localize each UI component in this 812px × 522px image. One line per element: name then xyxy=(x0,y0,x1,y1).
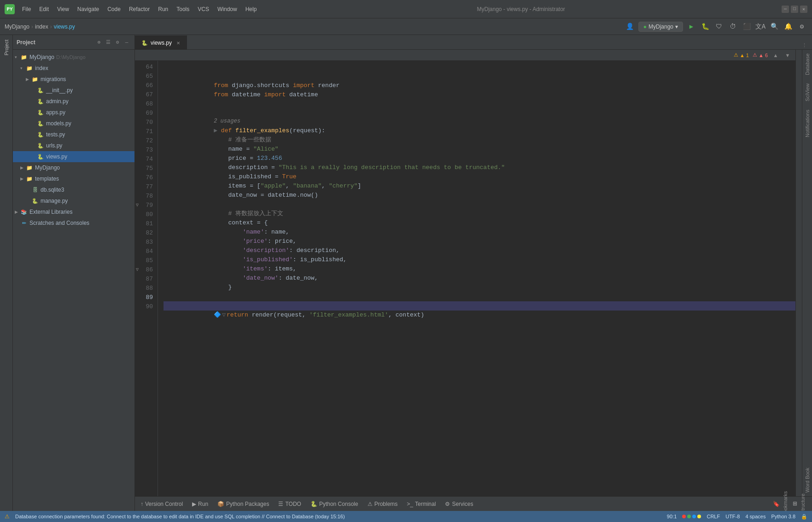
panel-add-button[interactable]: ⊕ xyxy=(95,38,103,47)
bottom-tab-terminal[interactable]: >_ Terminal xyxy=(405,500,438,508)
notification-icon[interactable]: 🔔 xyxy=(783,21,794,32)
tree-item-templates[interactable]: ▶ 📁 templates xyxy=(13,173,134,184)
profile-button[interactable]: ⏱ xyxy=(727,21,738,32)
search-everywhere-button[interactable]: 🔍 xyxy=(769,21,780,32)
code-line-85: 'date_now': date_now, xyxy=(164,264,795,274)
tree-item-index[interactable]: ▾ 📁 index xyxy=(13,63,134,74)
menu-code[interactable]: Code xyxy=(104,4,124,14)
right-panel-database[interactable]: Database xyxy=(804,50,811,79)
panel-layout-button[interactable]: ☰ xyxy=(104,38,112,47)
tree-item-tests[interactable]: 🐍 tests.py xyxy=(13,129,134,140)
project-panel: Project ⊕ ☰ ⚙ — ▾ 📁 MyDjango D:\MyDjango… xyxy=(13,35,135,511)
menu-tools[interactable]: Tools xyxy=(173,4,193,14)
bottom-tab-services[interactable]: ⚙ Services xyxy=(443,500,475,508)
tree-item-db[interactable]: 🗄 db.sqlite3 xyxy=(13,184,134,195)
menu-vcs[interactable]: VCS xyxy=(194,4,213,14)
tree-item-views[interactable]: 🐍 views.py xyxy=(13,151,134,162)
code-editor[interactable]: 64 65 66 67 68 69 70 71 72 73 74 75 76 7… xyxy=(135,61,795,496)
tree-item-migrations[interactable]: ▶ 📁 migrations xyxy=(13,74,134,85)
code-line-74: is_published = True xyxy=(164,163,795,172)
folder-icon: 📁 xyxy=(26,65,33,72)
lang-dot-blue xyxy=(692,515,696,518)
bottom-tab-label: Version Control xyxy=(145,501,183,507)
problems-icon: ⚠ xyxy=(368,501,373,507)
status-line-ending[interactable]: CRLF xyxy=(707,514,720,519)
python-icon: 🐍 xyxy=(37,142,44,149)
python-icon: 🐍 xyxy=(37,120,44,127)
status-python-version[interactable]: Python 3.8 xyxy=(771,514,795,519)
bottom-tab-python-console[interactable]: 🐍 Python Console xyxy=(309,500,360,508)
menu-file[interactable]: File xyxy=(18,4,35,14)
menu-refactor[interactable]: Refactor xyxy=(125,4,153,14)
tree-item-scratches[interactable]: ✏ Scratches and Consoles xyxy=(13,217,134,229)
panel-minimize-button[interactable]: — xyxy=(123,38,131,47)
tree-item-init[interactable]: 🐍 __init__.py xyxy=(13,85,134,96)
line-num-89: 89 xyxy=(135,293,158,302)
fold-icon-79[interactable]: ▽ xyxy=(136,201,139,210)
menu-edit[interactable]: Edit xyxy=(35,4,53,14)
code-content[interactable]: from django.shortcuts import render from… xyxy=(158,61,795,496)
maximize-button[interactable]: □ xyxy=(791,6,798,13)
panel-settings-button[interactable]: ⚙ xyxy=(113,38,122,47)
editor-scrollbar[interactable] xyxy=(795,50,802,496)
bottom-tab-run[interactable]: ▶ Run xyxy=(190,500,210,508)
tab-actions: ⋮ xyxy=(800,41,812,49)
user-icon[interactable]: 👤 xyxy=(625,21,636,32)
bottom-tab-label: Terminal xyxy=(415,501,436,507)
status-indent[interactable]: 4 spaces xyxy=(745,514,765,519)
error-badge[interactable]: ⚠ ▲ 6 xyxy=(753,52,768,58)
tab-views-py[interactable]: 🐍 views.py ✕ xyxy=(135,35,187,49)
menu-run[interactable]: Run xyxy=(154,4,172,14)
tree-item-apps[interactable]: 🐍 apps.py xyxy=(13,107,134,118)
minimize-button[interactable]: — xyxy=(782,6,789,13)
status-encoding[interactable]: UTF-8 xyxy=(725,514,740,519)
coverage-button[interactable]: 🛡 xyxy=(713,21,724,32)
tree-item-models[interactable]: 🐍 models.py xyxy=(13,118,134,129)
menu-view[interactable]: View xyxy=(53,4,73,14)
run-config-selector[interactable]: ● MyDjango ▾ xyxy=(638,22,683,32)
breadcrumb-views[interactable]: views.py xyxy=(54,23,75,30)
status-lock-icon[interactable]: 🔒 xyxy=(801,514,807,520)
todo-icon: ☰ xyxy=(278,501,283,507)
translate-icon[interactable]: 文A xyxy=(755,21,766,32)
breadcrumb-index[interactable]: index xyxy=(35,23,48,30)
warning-count: ▲ 1 xyxy=(740,53,749,58)
bottom-tab-python-packages[interactable]: 📦 Python Packages xyxy=(216,500,271,508)
project-panel-toggle[interactable]: Project xyxy=(1,37,12,58)
tree-item-mydjango2[interactable]: ▶ 📁 MyDjango xyxy=(13,162,134,173)
code-line-90 xyxy=(164,311,795,320)
bottom-tab-todo[interactable]: ☰ TODO xyxy=(276,500,303,508)
menu-window[interactable]: Window xyxy=(214,4,241,14)
right-panel-notifications[interactable]: Notifications xyxy=(804,106,811,141)
menu-help[interactable]: Help xyxy=(242,4,261,14)
toggle-errors-up[interactable]: ▲ xyxy=(771,51,780,59)
tree-item-label: urls.py xyxy=(46,142,62,149)
right-panel-sciview[interactable]: SciView xyxy=(804,80,811,105)
debug-button[interactable]: 🐛 xyxy=(700,21,711,32)
line-num-67: 67 xyxy=(135,90,158,100)
tree-item-root[interactable]: ▾ 📁 MyDjango D:\MyDjango xyxy=(13,52,134,63)
status-position[interactable]: 90:1 xyxy=(667,514,677,519)
bottom-tab-problems[interactable]: ⚠ Problems xyxy=(366,500,400,508)
tree-item-manage[interactable]: 🐍 manage.py xyxy=(13,195,134,206)
python-icon: 🐍 xyxy=(31,197,39,205)
close-button[interactable]: ✕ xyxy=(800,6,807,13)
run-button[interactable]: ▶ xyxy=(686,21,697,32)
bottom-tab-label: Python Packages xyxy=(226,501,269,507)
tab-actions-menu[interactable]: ⋮ xyxy=(800,41,808,49)
tab-close-icon[interactable]: ✕ xyxy=(176,41,180,46)
menu-navigate[interactable]: Navigate xyxy=(74,4,103,14)
code-line-88: # 渲染模板 xyxy=(164,292,795,301)
fold-icon-86[interactable]: ▽ xyxy=(136,265,139,275)
toggle-errors-down[interactable]: ▼ xyxy=(783,51,792,59)
settings-icon[interactable]: ⚙ xyxy=(796,21,807,32)
status-lang-icon[interactable] xyxy=(682,514,701,519)
breadcrumb-project[interactable]: MyDjango xyxy=(5,23,29,30)
warning-badge[interactable]: ⚠ ▲ 1 xyxy=(734,52,749,58)
bottom-tab-version-control[interactable]: ↑ Version Control xyxy=(139,500,185,508)
tree-item-external-libs[interactable]: ▶ 📚 External Libraries xyxy=(13,206,134,217)
stop-button[interactable]: ⬛ xyxy=(741,21,752,32)
tree-item-urls[interactable]: 🐍 urls.py xyxy=(13,140,134,151)
tree-item-label: apps.py xyxy=(46,109,65,116)
tree-item-admin[interactable]: 🐍 admin.py xyxy=(13,96,134,107)
